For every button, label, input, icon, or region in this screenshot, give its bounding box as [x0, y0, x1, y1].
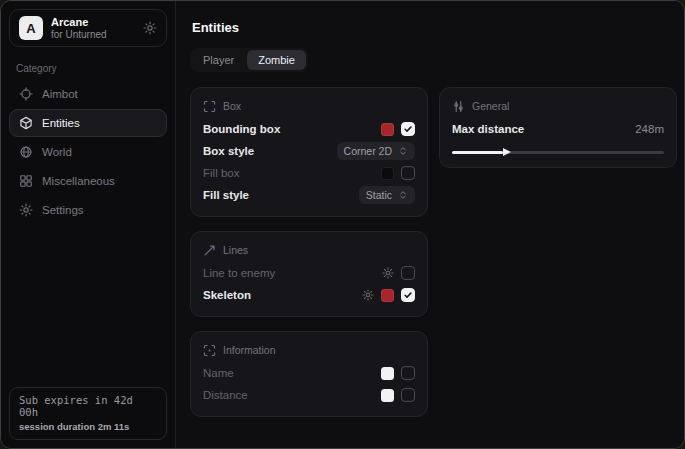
cube-icon — [19, 116, 33, 130]
sidebar-item-label: Settings — [42, 204, 84, 216]
sidebar-item-label: World — [42, 146, 72, 158]
setting-row-fill-style: Fill style Static — [203, 184, 415, 206]
setting-label: Bounding box — [203, 123, 280, 135]
checkbox[interactable] — [401, 122, 415, 136]
setting-row-name: Name — [203, 362, 415, 384]
color-swatch[interactable] — [381, 167, 394, 180]
lines-card: Lines Line to enemy — [190, 231, 428, 317]
fill-style-dropdown[interactable]: Static — [359, 186, 415, 204]
sliders-icon — [452, 100, 465, 113]
card-title: Box — [223, 100, 241, 112]
setting-row-line-to-enemy: Line to enemy — [203, 262, 415, 284]
category-label: Category — [16, 63, 167, 74]
max-distance-slider[interactable] — [452, 147, 664, 157]
gear-icon[interactable] — [143, 21, 157, 35]
card-title: Lines — [223, 244, 248, 256]
card-title: Information — [223, 344, 276, 356]
setting-label: Fill style — [203, 189, 249, 201]
setting-label: Distance — [203, 389, 248, 401]
checkbox[interactable] — [401, 366, 415, 380]
line-icon — [203, 244, 216, 257]
setting-label: Line to enemy — [203, 267, 275, 279]
checkbox[interactable] — [401, 266, 415, 280]
max-distance-value: 248m — [635, 123, 664, 135]
box-card: Box Bounding box Box style — [190, 87, 428, 217]
checkbox[interactable] — [401, 166, 415, 180]
color-swatch[interactable] — [381, 367, 394, 380]
chevrons-up-down-icon — [398, 190, 408, 200]
tab-player[interactable]: Player — [192, 50, 245, 70]
sub-expiry-text: Sub expires in 42d 00h — [19, 394, 157, 418]
setting-row-max-distance: Max distance 248m — [452, 118, 664, 140]
checkbox[interactable] — [401, 388, 415, 402]
gear-icon — [19, 203, 33, 217]
setting-row-distance: Distance — [203, 384, 415, 406]
information-card: Information Name Distance — [190, 331, 428, 417]
sidebar-item-entities[interactable]: Entities — [9, 109, 167, 137]
crosshair-icon — [19, 87, 33, 101]
slider-track[interactable] — [452, 151, 664, 154]
setting-label: Skeleton — [203, 289, 251, 301]
setting-row-skeleton: Skeleton — [203, 284, 415, 306]
sidebar-item-label: Miscellaneous — [42, 175, 115, 187]
checkbox[interactable] — [401, 288, 415, 302]
setting-row-fill-box: Fill box — [203, 162, 415, 184]
general-card: General Max distance 248m — [439, 87, 677, 168]
sidebar-item-world[interactable]: World — [9, 138, 167, 166]
entity-tabs: Player Zombie — [190, 48, 308, 72]
setting-label: Box style — [203, 145, 254, 157]
box-icon — [203, 100, 216, 113]
setting-row-box-style: Box style Corner 2D — [203, 140, 415, 162]
sidebar-nav: Aimbot Entities World Miscellaneous — [9, 80, 167, 224]
main-panel: Entities Player Zombie Box Bounding box — [176, 1, 685, 448]
dropdown-value: Corner 2D — [344, 145, 392, 157]
chevrons-up-down-icon — [398, 146, 408, 156]
dropdown-value: Static — [366, 189, 392, 201]
sidebar-item-miscellaneous[interactable]: Miscellaneous — [9, 167, 167, 195]
brand-card: A Arcane for Unturned — [9, 9, 167, 47]
globe-icon — [19, 145, 33, 159]
brand-subtitle: for Unturned — [51, 29, 135, 41]
scan-info-icon — [203, 344, 216, 357]
tab-zombie[interactable]: Zombie — [247, 50, 306, 70]
brand-name: Arcane — [51, 16, 135, 29]
setting-row-bounding-box: Bounding box — [203, 118, 415, 140]
page-title: Entities — [192, 20, 677, 35]
setting-label: Fill box — [203, 167, 239, 179]
card-title: General — [472, 100, 509, 112]
slider-fill — [452, 151, 503, 154]
gear-icon[interactable] — [382, 267, 394, 279]
sidebar-item-label: Aimbot — [42, 88, 78, 100]
grid-icon — [19, 174, 33, 188]
sidebar-item-aimbot[interactable]: Aimbot — [9, 80, 167, 108]
color-swatch[interactable] — [381, 389, 394, 402]
color-swatch[interactable] — [381, 123, 394, 136]
setting-label: Max distance — [452, 123, 524, 135]
sidebar-item-settings[interactable]: Settings — [9, 196, 167, 224]
setting-label: Name — [203, 367, 234, 379]
session-duration-text: session duration 2m 11s — [19, 421, 157, 432]
app-window: A Arcane for Unturned Category Aimbot — [0, 0, 685, 449]
slider-thumb[interactable] — [503, 148, 511, 156]
sidebar-item-label: Entities — [42, 117, 80, 129]
subscription-info: Sub expires in 42d 00h session duration … — [9, 387, 167, 440]
box-style-dropdown[interactable]: Corner 2D — [337, 142, 415, 160]
gear-icon[interactable] — [362, 289, 374, 301]
sidebar: A Arcane for Unturned Category Aimbot — [1, 1, 176, 448]
color-swatch[interactable] — [381, 289, 394, 302]
brand-logo: A — [19, 16, 43, 40]
